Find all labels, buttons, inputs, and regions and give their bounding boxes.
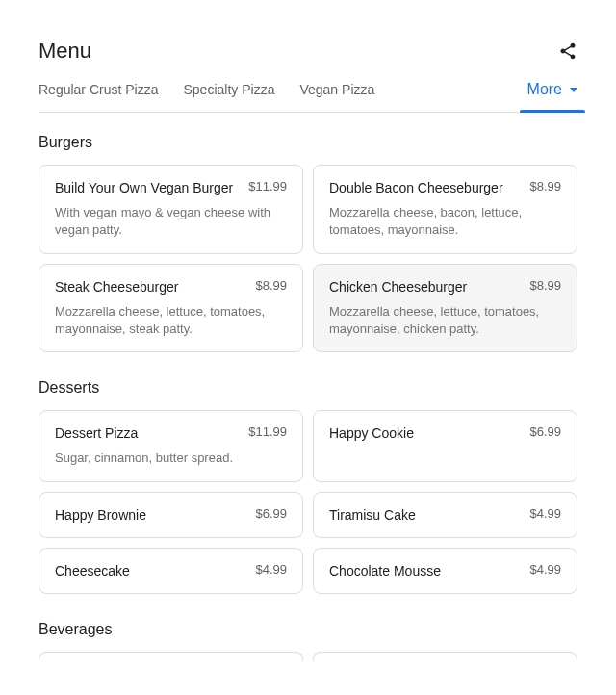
- menu-item-desc: Mozzarella cheese, lettuce, tomatoes, ma…: [55, 303, 287, 338]
- menu-item-price: $6.99: [255, 506, 287, 521]
- menu-item-name: Cheesecake: [55, 562, 130, 579]
- chevron-down-icon: [570, 88, 578, 92]
- menu-item-price: $4.99: [529, 562, 561, 577]
- menu-item-dessert-3[interactable]: Tiramisu Cake $4.99: [313, 492, 578, 538]
- beverages-grid: [38, 652, 578, 661]
- tab-specialty-pizza[interactable]: Specialty Pizza: [184, 82, 275, 111]
- menu-item-desc: Sugar, cinnamon, butter spread.: [55, 450, 287, 467]
- menu-item-price: $11.99: [248, 425, 287, 439]
- menu-item-dessert-5[interactable]: Chocolate Mousse $4.99: [313, 548, 578, 594]
- menu-item-price: $11.99: [248, 179, 287, 193]
- tab-vegan-pizza[interactable]: Vegan Pizza: [299, 82, 374, 111]
- menu-item-price: $8.99: [255, 278, 287, 293]
- menu-item-name: Chocolate Mousse: [329, 562, 441, 579]
- menu-item-burger-3[interactable]: Chicken Cheeseburger $8.99 Mozzarella ch…: [313, 264, 578, 353]
- section-title-beverages: Beverages: [38, 621, 578, 638]
- menu-item-dessert-4[interactable]: Cheesecake $4.99: [38, 548, 303, 594]
- menu-item-name: Happy Cookie: [329, 425, 414, 442]
- menu-item-name: Happy Brownie: [55, 506, 146, 524]
- tab-more-label: More: [527, 81, 562, 98]
- menu-item-name: Dessert Pizza: [55, 425, 138, 442]
- burgers-grid: Build Your Own Vegan Burger $11.99 With …: [38, 165, 578, 352]
- menu-item-desc: Mozzarella cheese, bacon, lettuce, tomat…: [329, 204, 561, 239]
- menu-item-beverage-stub[interactable]: [313, 652, 578, 661]
- menu-item-price: $8.99: [529, 179, 561, 193]
- share-icon[interactable]: [558, 41, 578, 61]
- menu-item-price: $4.99: [529, 506, 561, 521]
- menu-item-name: Chicken Cheeseburger: [329, 278, 467, 296]
- menu-item-name: Build Your Own Vegan Burger: [55, 179, 233, 196]
- menu-item-burger-0[interactable]: Build Your Own Vegan Burger $11.99 With …: [38, 165, 303, 254]
- page-title: Menu: [38, 39, 91, 64]
- menu-item-dessert-0[interactable]: Dessert Pizza $11.99 Sugar, cinnamon, bu…: [38, 410, 303, 481]
- menu-item-desc: Mozzarella cheese, lettuce, tomatoes, ma…: [329, 303, 561, 338]
- section-title-burgers: Burgers: [38, 134, 578, 151]
- section-title-desserts: Desserts: [38, 379, 578, 397]
- menu-item-name: Double Bacon Cheeseburger: [329, 179, 503, 196]
- menu-item-beverage-stub[interactable]: [38, 652, 303, 661]
- menu-item-name: Steak Cheeseburger: [55, 278, 178, 296]
- menu-item-price: $6.99: [529, 425, 561, 439]
- menu-item-burger-2[interactable]: Steak Cheeseburger $8.99 Mozzarella chee…: [38, 264, 303, 353]
- tab-more[interactable]: More: [527, 81, 578, 112]
- menu-item-price: $4.99: [255, 562, 287, 577]
- menu-item-desc: With vegan mayo & vegan cheese with vega…: [55, 204, 287, 239]
- tabs-bar: Regular Crust Pizza Specialty Pizza Vega…: [38, 81, 578, 113]
- desserts-grid: Dessert Pizza $11.99 Sugar, cinnamon, bu…: [38, 410, 578, 594]
- menu-item-name: Tiramisu Cake: [329, 506, 416, 524]
- menu-item-dessert-1[interactable]: Happy Cookie $6.99: [313, 410, 578, 481]
- menu-item-price: $8.99: [529, 278, 561, 293]
- tab-regular-crust-pizza[interactable]: Regular Crust Pizza: [38, 82, 159, 111]
- menu-item-dessert-2[interactable]: Happy Brownie $6.99: [38, 492, 303, 538]
- menu-item-burger-1[interactable]: Double Bacon Cheeseburger $8.99 Mozzarel…: [313, 165, 578, 254]
